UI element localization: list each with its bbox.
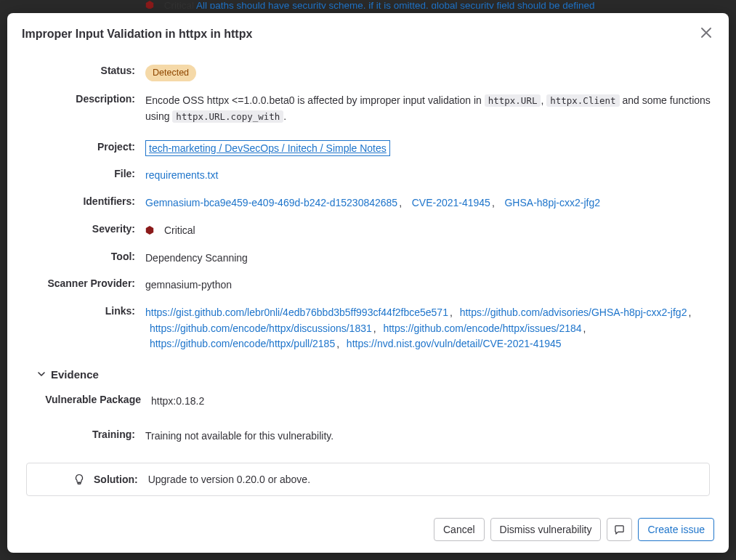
file-link[interactable]: requirements.txt — [145, 169, 218, 181]
background-row: Critical All paths should have security … — [87, 0, 736, 9]
scanner-provider-value: gemnasium-python — [145, 277, 714, 293]
link-nvd[interactable]: https://nvd.nist.gov/vuln/detail/CVE-202… — [347, 338, 562, 349]
bg-severity-label: Critical — [164, 0, 194, 9]
identifiers-value: Gemnasium-bca9e459-e409-469d-b242-d15230… — [145, 195, 714, 211]
cancel-button[interactable]: Cancel — [434, 518, 485, 541]
svg-marker-1 — [146, 226, 153, 235]
link-ghsa-a[interactable]: https://github.com/advisories/GHSA-h8pj-… — [460, 307, 657, 318]
link-pull-b[interactable]: github.com/encode/httpx/pull/2185 — [180, 338, 335, 349]
code-httpx-client: httpx.Client — [546, 94, 619, 107]
close-button[interactable] — [698, 25, 714, 43]
modal-footer: Cancel Dismiss vulnerability Create issu… — [7, 506, 729, 553]
evidence-label: Evidence — [51, 368, 99, 381]
project-label: Project: — [22, 141, 145, 153]
create-issue-button[interactable]: Create issue — [638, 518, 714, 541]
link-gist[interactable]: https://gist.github.com/lebr0nli/4edb76b… — [145, 307, 448, 318]
modal-body: Status: Detected Description: Encode OSS… — [7, 52, 729, 506]
chevron-down-icon — [36, 369, 46, 379]
identifier-cve[interactable]: CVE-2021-41945 — [412, 197, 490, 208]
link-pull-a[interactable]: https:// — [150, 338, 180, 349]
comment-icon — [614, 524, 625, 535]
code-httpx-url: httpx.URL — [485, 94, 541, 107]
description-value: Encode OSS httpx <=1.0.0.beta0 is affect… — [145, 93, 714, 124]
training-value: Training not available for this vulnerab… — [145, 429, 714, 445]
severity-value: Critical — [145, 223, 714, 239]
description-label: Description: — [22, 93, 145, 105]
vulnerability-detail-modal: Improper Input Validation in httpx in ht… — [7, 13, 729, 553]
link-issues[interactable]: https://github.com/encode/httpx/issues/2… — [383, 322, 581, 334]
links-label: Links: — [22, 305, 145, 317]
scanner-provider-label: Scanner Provider: — [22, 277, 145, 289]
link-discussions[interactable]: https://github.com/encode/httpx/discussi… — [150, 322, 372, 334]
solution-box: Solution: Upgrade to version 0.20.0 or a… — [26, 463, 710, 496]
links-value: https://gist.github.com/lebr0nli/4edb76b… — [145, 305, 714, 352]
solution-text: Upgrade to version 0.20.0 or above. — [148, 474, 310, 485]
bg-finding-link[interactable]: All paths should have security scheme, i… — [196, 0, 595, 9]
link-ghsa-b[interactable]: x2-jfg2 — [656, 307, 687, 318]
training-label: Training: — [22, 429, 145, 440]
tool-label: Tool: — [22, 251, 145, 262]
vulnerable-package-label: Vulnerable Package — [22, 394, 151, 405]
modal-title: Improper Input Validation in httpx in ht… — [22, 28, 252, 41]
critical-severity-icon — [145, 226, 154, 235]
bulb-icon — [73, 474, 85, 485]
file-label: File: — [22, 168, 145, 179]
identifier-ghsa[interactable]: GHSA-h8pj-cxx2-jfg2 — [504, 197, 600, 208]
tool-value: Dependency Scanning — [145, 251, 714, 267]
status-badge: Detected — [145, 65, 196, 81]
close-icon — [701, 28, 711, 38]
comment-button[interactable] — [607, 518, 632, 541]
dismiss-vulnerability-button[interactable]: Dismiss vulnerability — [490, 518, 602, 541]
evidence-toggle[interactable]: Evidence — [36, 368, 714, 381]
solution-label: Solution: — [94, 474, 138, 485]
identifiers-label: Identifiers: — [22, 195, 145, 207]
svg-marker-0 — [146, 1, 153, 9]
project-link[interactable]: tech-marketing / DevSecOps / Initech / S… — [145, 140, 390, 156]
status-label: Status: — [22, 65, 145, 76]
code-copy-with: httpx.URL.copy_with — [172, 110, 283, 123]
modal-header: Improper Input Validation in httpx in ht… — [7, 13, 729, 52]
severity-label: Severity: — [22, 223, 145, 235]
vulnerable-package-value: httpx:0.18.2 — [151, 394, 714, 410]
identifier-gemnasium[interactable]: Gemnasium-bca9e459-e409-469d-b242-d15230… — [145, 197, 397, 208]
